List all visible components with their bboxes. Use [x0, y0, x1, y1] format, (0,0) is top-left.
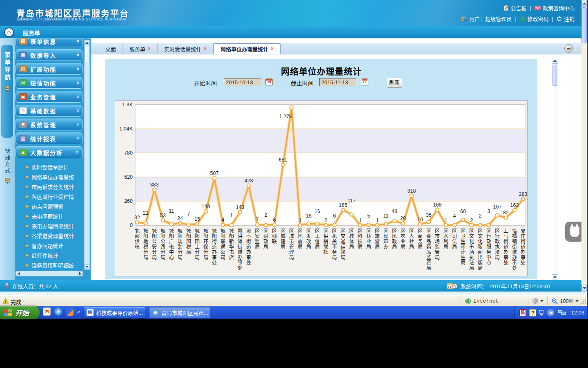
- quick-launch-more-icon[interactable]: »: [77, 309, 80, 314]
- svg-text:2: 2: [470, 218, 473, 223]
- svg-text:143: 143: [236, 204, 245, 210]
- sidebar-item[interactable]: ▤表单信息«: [16, 38, 82, 47]
- sidebar-item[interactable]: ▧扩展功能«: [16, 63, 82, 75]
- submenu-item[interactable]: 红灯件统计: [26, 250, 83, 260]
- sidebar-item[interactable]: ✖系统管理«: [16, 119, 82, 130]
- end-time-input[interactable]: [319, 78, 357, 86]
- svg-text:21: 21: [143, 210, 149, 216]
- main-content: 桌面服务单×实时受话量统计×网络单位办理量统计× 网络单位办理量统计 开始时间 …: [91, 38, 587, 292]
- x-axis-label: 区发改局: [305, 229, 313, 274]
- submenu-item[interactable]: 各渠道受理量统计: [26, 231, 83, 240]
- scroll-thumb[interactable]: [581, 7, 587, 43]
- scroll-up-button[interactable]: [85, 40, 89, 45]
- refresh-button[interactable]: 刷新: [387, 78, 402, 88]
- tab-服务单[interactable]: 服务单×: [123, 43, 158, 54]
- start-calendar-button[interactable]: 19: [265, 79, 273, 85]
- sidebar-item-label: 大数据分析: [30, 148, 73, 157]
- x-axis-label: 棘洪滩街道办事处: [236, 229, 244, 274]
- task-button-label: 青岛市城阳区民声...: [161, 309, 208, 316]
- sidebar-item[interactable]: ≡基础数据«: [16, 105, 82, 117]
- start-time-input[interactable]: [224, 78, 261, 86]
- tab-桌面[interactable]: 桌面: [99, 43, 123, 54]
- sidebar-vertical-scrollbar[interactable]: [84, 40, 90, 270]
- submenu-item[interactable]: 话务员接听明细统: [26, 260, 83, 270]
- submenu-item[interactable]: 来电办理情况统计: [26, 221, 83, 231]
- svg-text:32: 32: [134, 215, 140, 220]
- tab-close-icon[interactable]: ×: [271, 46, 274, 52]
- sidebar-item-label: 数据导入: [30, 51, 73, 59]
- tab-close-icon[interactable]: ×: [204, 46, 207, 52]
- sms-icon: ✉: [19, 79, 27, 86]
- scroll-up-button[interactable]: [581, 0, 587, 7]
- svg-text:24: 24: [177, 215, 183, 221]
- submenu-item[interactable]: 热点问题预警: [26, 201, 83, 211]
- scroll-thumb[interactable]: [552, 65, 557, 86]
- x-axis-label: 城阳公路分局: [159, 229, 167, 274]
- change-password-link[interactable]: 修改密码: [520, 15, 549, 22]
- logout-link[interactable]: 注销: [557, 15, 575, 22]
- input-method-seal-icon[interactable]: 极: [519, 309, 526, 316]
- scroll-left-button[interactable]: [16, 271, 21, 276]
- media-player-icon[interactable]: [66, 307, 74, 316]
- sidebar-horizontal-scrollbar[interactable]: [16, 271, 83, 276]
- internet-explorer-icon[interactable]: e: [54, 307, 62, 316]
- sidebar-item[interactable]: ▣业务管理«: [16, 91, 82, 103]
- policy-center-link[interactable]: 政策咨询中心: [535, 4, 575, 12]
- submenu-item[interactable]: 市民诉求分类统计: [26, 182, 83, 191]
- submenu-item[interactable]: 网络单位办理量统: [26, 172, 83, 182]
- svg-text:165: 165: [339, 202, 347, 208]
- ime-help-icon[interactable]: ?: [529, 309, 536, 316]
- tab-label: 实时受话量统计: [164, 45, 201, 53]
- scroll-down-button[interactable]: [581, 285, 587, 292]
- start-button[interactable]: 开始: [0, 306, 40, 319]
- menu-nav-tab[interactable]: 菜单导航: [1, 44, 13, 138]
- home-icon[interactable]: ⌂: [4, 27, 14, 37]
- end-calendar-button[interactable]: 19: [361, 79, 368, 85]
- x-axis-label: 区教体局: [347, 229, 356, 274]
- submenu-item-label: 督办问题统计: [31, 242, 63, 249]
- collapse-tray-icon[interactable]: ◀: [547, 309, 555, 316]
- minimize-panel-button[interactable]: [564, 44, 573, 53]
- submenu-item[interactable]: 实时受话量统计: [26, 162, 83, 172]
- sidebar-item[interactable]: ✉短信功能«: [16, 77, 82, 89]
- tab-close-icon[interactable]: ×: [148, 46, 151, 52]
- x-axis-label: 区科技局: [356, 229, 364, 274]
- sidebar-item-label: 扩展功能: [30, 65, 73, 73]
- chevron-down-icon: «: [74, 54, 80, 56]
- user-info[interactable]: 用户：超级管理员: [461, 15, 512, 22]
- scroll-up-button[interactable]: [552, 58, 558, 64]
- users-icon: [461, 16, 467, 21]
- sidebar-item[interactable]: ▦数据导入«: [16, 49, 82, 61]
- submenu-item-label: 话务员接听明细统: [31, 261, 74, 269]
- submenu-item[interactable]: 来电问题统计: [26, 211, 83, 221]
- shortcuts-tab[interactable]: 快捷方式: [3, 148, 11, 184]
- x-axis-label: 区林业局: [365, 229, 373, 274]
- browser-done-text: 完成: [11, 298, 21, 305]
- tab-实时受话量统计[interactable]: 实时受话量统计×: [158, 43, 214, 54]
- letter-icon[interactable]: ✉: [43, 307, 51, 316]
- protected-mode-cell[interactable]: [528, 297, 545, 305]
- zoom-cell[interactable]: 100%: [547, 297, 582, 305]
- ime-toolbar-icon[interactable]: [539, 310, 544, 316]
- browser-scrollbar[interactable]: [581, 0, 587, 292]
- svg-text:507: 507: [210, 171, 219, 176]
- scroll-down-button[interactable]: [552, 274, 558, 280]
- submenu-item[interactable]: 各区域行业受理情: [26, 191, 83, 201]
- mouse-icon: [570, 227, 579, 237]
- network-icon[interactable]: [557, 309, 566, 316]
- taskbar-task-button[interactable]: e青岛市城阳区民声...: [149, 307, 210, 318]
- tab-网络单位办理量统计[interactable]: 网络单位办理量统计×: [214, 43, 281, 54]
- svg-text:60: 60: [460, 209, 466, 214]
- submenu-item[interactable]: 督办问题统计: [26, 240, 83, 250]
- bulletin-link[interactable]: 公告板: [503, 4, 527, 12]
- report-icon: ▥: [19, 135, 27, 142]
- taskbar-task-button[interactable]: W科技成果评价原始...: [84, 307, 145, 318]
- panel-scrollbar[interactable]: [552, 58, 558, 280]
- sidebar-item[interactable]: ▲大数据分析«: [16, 146, 82, 158]
- chevron-down-icon: «: [74, 81, 80, 84]
- scroll-right-button[interactable]: [78, 271, 83, 276]
- resize-grip[interactable]: [580, 299, 586, 305]
- scroll-thumb[interactable]: [85, 46, 89, 62]
- scroll-down-button[interactable]: [85, 264, 89, 269]
- sidebar-item[interactable]: ▥统计报表«: [16, 132, 82, 144]
